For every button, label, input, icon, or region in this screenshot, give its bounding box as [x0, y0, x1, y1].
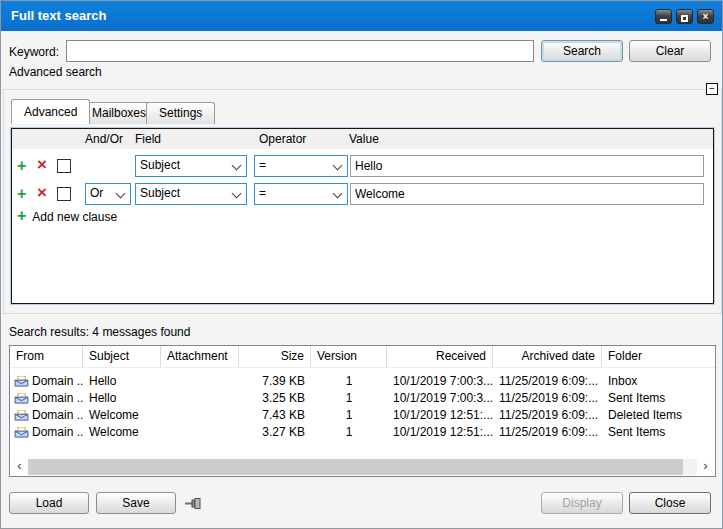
field-dropdown[interactable]: Subject [135, 155, 247, 177]
advanced-search-label: Advanced search [9, 65, 102, 79]
tab-advanced[interactable]: Advanced [11, 99, 90, 124]
clear-button[interactable]: Clear [629, 40, 711, 62]
load-button[interactable]: Load [9, 492, 89, 514]
full-text-search-dialog: Full text search × Keyword: Search Clear… [0, 0, 723, 529]
clause-row: + × Or Subject = [12, 183, 713, 205]
operator-dropdown[interactable]: = [254, 155, 348, 177]
add-new-clause-label: Add new clause [32, 210, 117, 224]
clause-checkbox[interactable] [57, 187, 71, 201]
operator-dropdown-value: = [259, 186, 266, 200]
column-header-attachment[interactable]: Attachment [161, 346, 239, 367]
clause-row: + × Subject = [12, 155, 713, 177]
andor-dropdown[interactable]: Or [85, 183, 131, 205]
field-column-header: Field [135, 132, 161, 146]
display-button[interactable]: Display [541, 492, 623, 514]
chevron-down-icon [232, 161, 242, 171]
keyword-label: Keyword: [9, 45, 59, 59]
chevron-down-icon [333, 161, 343, 171]
clause-grid-header: And/Or Field Operator Value [12, 129, 713, 149]
close-icon[interactable]: × [697, 9, 714, 24]
table-row[interactable]: Domain ... Welcome 7.43 KB 1 10/1/2019 1… [10, 407, 715, 424]
table-row[interactable]: Domain ... Hello 7.39 KB 1 10/1/2019 7:0… [10, 373, 715, 390]
field-dropdown[interactable]: Subject [135, 183, 247, 205]
remove-clause-icon[interactable]: × [37, 156, 47, 174]
column-header-version[interactable]: Version [311, 346, 387, 367]
from-cell-text: Domain ... [32, 390, 83, 407]
value-column-header: Value [349, 132, 379, 146]
chevron-down-icon [333, 189, 343, 199]
operator-dropdown[interactable]: = [254, 183, 348, 205]
clause-grid: And/Or Field Operator Value + × Subject … [11, 128, 714, 304]
scrollbar-thumb[interactable] [28, 459, 683, 475]
titlebar[interactable]: Full text search × [1, 1, 722, 31]
collapse-icon[interactable]: − [706, 83, 718, 95]
open-envelope-icon [14, 410, 29, 421]
open-envelope-icon [14, 427, 29, 438]
from-cell-text: Domain ... [32, 373, 83, 390]
scroll-left-icon[interactable]: ‹ [11, 459, 28, 475]
column-header-folder[interactable]: Folder [602, 346, 715, 367]
andor-column-header: And/Or [85, 132, 123, 146]
pin-icon[interactable] [184, 497, 202, 510]
results-table-header: From Subject Attachment Size Version Rec… [10, 346, 715, 368]
close-button[interactable]: Close [629, 492, 711, 514]
from-cell-text: Domain ... [32, 424, 83, 441]
column-header-received[interactable]: Received [387, 346, 493, 367]
operator-dropdown-value: = [259, 158, 266, 172]
maximize-icon[interactable] [676, 9, 693, 24]
add-clause-icon[interactable]: + [17, 185, 26, 203]
add-new-clause-link[interactable]: +Add new clause [17, 207, 117, 227]
remove-clause-icon[interactable]: × [37, 184, 47, 202]
scroll-right-icon[interactable]: › [697, 459, 714, 475]
from-cell-text: Domain ... [32, 407, 83, 424]
clause-checkbox[interactable] [57, 159, 71, 173]
tab-settings[interactable]: Settings [146, 102, 215, 124]
open-envelope-icon [14, 393, 29, 404]
add-clause-icon[interactable]: + [17, 157, 26, 175]
column-header-archived-date[interactable]: Archived date [493, 346, 602, 367]
results-table: From Subject Attachment Size Version Rec… [9, 345, 716, 477]
operator-column-header: Operator [259, 132, 306, 146]
horizontal-scrollbar[interactable]: ‹ › [11, 459, 714, 475]
field-dropdown-value: Subject [140, 158, 180, 172]
minimize-icon[interactable] [655, 9, 672, 24]
chevron-down-icon [116, 189, 126, 199]
save-button[interactable]: Save [96, 492, 176, 514]
table-row[interactable]: Domain ... Hello 3.25 KB 1 10/1/2019 7:0… [10, 390, 715, 407]
add-clause-icon: + [17, 207, 26, 224]
andor-dropdown-value: Or [90, 186, 103, 200]
column-header-size[interactable]: Size [239, 346, 311, 367]
results-summary: Search results: 4 messages found [9, 325, 190, 339]
chevron-down-icon [232, 189, 242, 199]
field-dropdown-value: Subject [140, 186, 180, 200]
table-row[interactable]: Domain ... Welcome 3.27 KB 1 10/1/2019 1… [10, 424, 715, 441]
window-title: Full text search [11, 8, 106, 23]
value-input[interactable] [350, 155, 704, 177]
column-header-from[interactable]: From [10, 346, 83, 367]
open-envelope-icon [14, 376, 29, 387]
value-input[interactable] [350, 183, 704, 205]
column-header-subject[interactable]: Subject [83, 346, 161, 367]
search-button[interactable]: Search [541, 40, 623, 62]
keyword-input[interactable] [66, 40, 534, 62]
